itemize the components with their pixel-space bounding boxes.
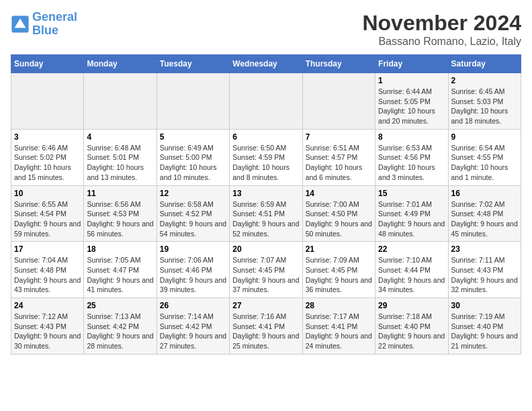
- calendar-week-row: 17Sunrise: 7:04 AM Sunset: 4:48 PM Dayli…: [11, 242, 521, 298]
- day-number: 2: [451, 76, 518, 85]
- logo-icon: [11, 15, 30, 34]
- day-number: 8: [378, 132, 445, 142]
- day-number: 9: [451, 132, 518, 142]
- day-info: Sunrise: 7:07 AM Sunset: 4:45 PM Dayligh…: [232, 255, 299, 295]
- day-number: 15: [378, 189, 445, 198]
- day-info: Sunrise: 6:46 AM Sunset: 5:02 PM Dayligh…: [14, 143, 81, 183]
- day-number: 29: [378, 301, 445, 310]
- day-info: Sunrise: 6:54 AM Sunset: 4:55 PM Dayligh…: [451, 143, 518, 183]
- weekday-header: Thursday: [302, 55, 375, 73]
- day-info: Sunrise: 7:11 AM Sunset: 4:43 PM Dayligh…: [451, 255, 518, 295]
- title-block: November 2024 Bassano Romano, Lazio, Ita…: [362, 11, 521, 48]
- calendar-day-cell: 2Sunrise: 6:45 AM Sunset: 5:03 PM Daylig…: [448, 73, 521, 130]
- weekday-header: Saturday: [448, 55, 521, 73]
- weekday-header: Monday: [84, 55, 157, 73]
- calendar-day-cell: 28Sunrise: 7:17 AM Sunset: 4:41 PM Dayli…: [302, 298, 375, 355]
- calendar-day-cell: 17Sunrise: 7:04 AM Sunset: 4:48 PM Dayli…: [11, 242, 84, 298]
- day-info: Sunrise: 7:01 AM Sunset: 4:49 PM Dayligh…: [378, 199, 445, 239]
- day-number: 27: [232, 301, 299, 310]
- calendar-day-cell: 16Sunrise: 7:02 AM Sunset: 4:48 PM Dayli…: [448, 185, 521, 242]
- day-number: 22: [378, 244, 445, 254]
- calendar-day-cell: 10Sunrise: 6:55 AM Sunset: 4:54 PM Dayli…: [11, 185, 84, 242]
- calendar-day-cell: 18Sunrise: 7:05 AM Sunset: 4:47 PM Dayli…: [84, 242, 157, 298]
- calendar-week-row: 10Sunrise: 6:55 AM Sunset: 4:54 PM Dayli…: [11, 185, 521, 242]
- day-number: 26: [160, 301, 226, 310]
- day-info: Sunrise: 6:49 AM Sunset: 5:00 PM Dayligh…: [160, 143, 226, 183]
- day-number: 24: [14, 301, 81, 310]
- day-info: Sunrise: 7:04 AM Sunset: 4:48 PM Dayligh…: [14, 255, 81, 295]
- day-info: Sunrise: 7:09 AM Sunset: 4:45 PM Dayligh…: [306, 255, 372, 295]
- calendar-day-cell: 13Sunrise: 6:59 AM Sunset: 4:51 PM Dayli…: [230, 185, 302, 242]
- calendar-day-cell: 30Sunrise: 7:19 AM Sunset: 4:40 PM Dayli…: [448, 298, 521, 355]
- day-info: Sunrise: 7:10 AM Sunset: 4:44 PM Dayligh…: [378, 255, 445, 295]
- day-info: Sunrise: 6:53 AM Sunset: 4:56 PM Dayligh…: [378, 143, 445, 183]
- day-info: Sunrise: 6:58 AM Sunset: 4:52 PM Dayligh…: [160, 199, 226, 239]
- day-number: 19: [160, 244, 226, 254]
- day-number: 23: [451, 244, 518, 254]
- weekday-header: Sunday: [11, 55, 84, 73]
- day-number: 28: [306, 301, 372, 310]
- day-info: Sunrise: 7:05 AM Sunset: 4:47 PM Dayligh…: [87, 255, 153, 295]
- calendar-table: SundayMondayTuesdayWednesdayThursdayFrid…: [11, 54, 521, 355]
- day-number: 11: [87, 189, 153, 198]
- calendar-day-cell: 3Sunrise: 6:46 AM Sunset: 5:02 PM Daylig…: [11, 129, 84, 185]
- calendar-day-cell: 21Sunrise: 7:09 AM Sunset: 4:45 PM Dayli…: [302, 242, 375, 298]
- calendar-day-cell: 27Sunrise: 7:16 AM Sunset: 4:41 PM Dayli…: [230, 298, 302, 355]
- month-title: November 2024: [362, 11, 521, 36]
- calendar-day-cell: 9Sunrise: 6:54 AM Sunset: 4:55 PM Daylig…: [448, 129, 521, 185]
- calendar-week-row: 24Sunrise: 7:12 AM Sunset: 4:43 PM Dayli…: [11, 298, 521, 355]
- calendar-day-cell: 19Sunrise: 7:06 AM Sunset: 4:46 PM Dayli…: [157, 242, 229, 298]
- calendar-day-cell: 26Sunrise: 7:14 AM Sunset: 4:42 PM Dayli…: [157, 298, 229, 355]
- weekday-header: Tuesday: [157, 55, 229, 73]
- calendar-day-cell: 11Sunrise: 6:56 AM Sunset: 4:53 PM Dayli…: [84, 185, 157, 242]
- day-info: Sunrise: 6:56 AM Sunset: 4:53 PM Dayligh…: [87, 199, 153, 239]
- calendar-day-cell: 23Sunrise: 7:11 AM Sunset: 4:43 PM Dayli…: [448, 242, 521, 298]
- day-number: 5: [160, 132, 226, 142]
- day-number: 14: [306, 189, 372, 198]
- calendar-day-cell: [84, 73, 157, 130]
- calendar-day-cell: [230, 73, 302, 130]
- day-info: Sunrise: 7:06 AM Sunset: 4:46 PM Dayligh…: [160, 255, 226, 295]
- day-info: Sunrise: 7:00 AM Sunset: 4:50 PM Dayligh…: [306, 199, 372, 239]
- day-number: 4: [87, 132, 153, 142]
- calendar-day-cell: [11, 73, 84, 130]
- day-number: 10: [14, 189, 81, 198]
- day-info: Sunrise: 6:51 AM Sunset: 4:57 PM Dayligh…: [306, 143, 372, 183]
- calendar-day-cell: 6Sunrise: 6:50 AM Sunset: 4:59 PM Daylig…: [230, 129, 302, 185]
- day-number: 25: [87, 301, 153, 310]
- day-number: 12: [160, 189, 226, 198]
- day-info: Sunrise: 7:13 AM Sunset: 4:42 PM Dayligh…: [87, 312, 153, 351]
- day-info: Sunrise: 6:44 AM Sunset: 5:05 PM Dayligh…: [378, 87, 445, 126]
- location-subtitle: Bassano Romano, Lazio, Italy: [362, 36, 521, 48]
- calendar-day-cell: 7Sunrise: 6:51 AM Sunset: 4:57 PM Daylig…: [302, 129, 375, 185]
- day-number: 16: [451, 189, 518, 198]
- weekday-header: Friday: [375, 55, 448, 73]
- day-number: 13: [232, 189, 299, 198]
- day-number: 20: [232, 244, 299, 254]
- calendar-day-cell: 12Sunrise: 6:58 AM Sunset: 4:52 PM Dayli…: [157, 185, 229, 242]
- calendar-week-row: 3Sunrise: 6:46 AM Sunset: 5:02 PM Daylig…: [11, 129, 521, 185]
- day-number: 6: [232, 132, 299, 142]
- day-number: 1: [378, 76, 445, 85]
- day-info: Sunrise: 7:19 AM Sunset: 4:40 PM Dayligh…: [451, 312, 518, 351]
- calendar-week-row: 1Sunrise: 6:44 AM Sunset: 5:05 PM Daylig…: [11, 73, 521, 130]
- calendar-day-cell: [157, 73, 229, 130]
- day-number: 30: [451, 301, 518, 310]
- day-number: 3: [14, 132, 81, 142]
- calendar-day-cell: 24Sunrise: 7:12 AM Sunset: 4:43 PM Dayli…: [11, 298, 84, 355]
- day-number: 17: [14, 244, 81, 254]
- calendar-day-cell: 8Sunrise: 6:53 AM Sunset: 4:56 PM Daylig…: [375, 129, 448, 185]
- day-info: Sunrise: 7:18 AM Sunset: 4:40 PM Dayligh…: [378, 312, 445, 351]
- day-number: 7: [306, 132, 372, 142]
- calendar-header: SundayMondayTuesdayWednesdayThursdayFrid…: [11, 55, 521, 73]
- calendar-day-cell: 29Sunrise: 7:18 AM Sunset: 4:40 PM Dayli…: [375, 298, 448, 355]
- logo: General Blue: [11, 11, 77, 38]
- day-info: Sunrise: 7:12 AM Sunset: 4:43 PM Dayligh…: [14, 312, 81, 351]
- calendar-day-cell: 25Sunrise: 7:13 AM Sunset: 4:42 PM Dayli…: [84, 298, 157, 355]
- day-number: 21: [306, 244, 372, 254]
- header: General Blue November 2024 Bassano Roman…: [11, 11, 521, 48]
- calendar-day-cell: 15Sunrise: 7:01 AM Sunset: 4:49 PM Dayli…: [375, 185, 448, 242]
- day-info: Sunrise: 6:59 AM Sunset: 4:51 PM Dayligh…: [232, 199, 299, 239]
- calendar-day-cell: 1Sunrise: 6:44 AM Sunset: 5:05 PM Daylig…: [375, 73, 448, 130]
- day-info: Sunrise: 6:48 AM Sunset: 5:01 PM Dayligh…: [87, 143, 153, 183]
